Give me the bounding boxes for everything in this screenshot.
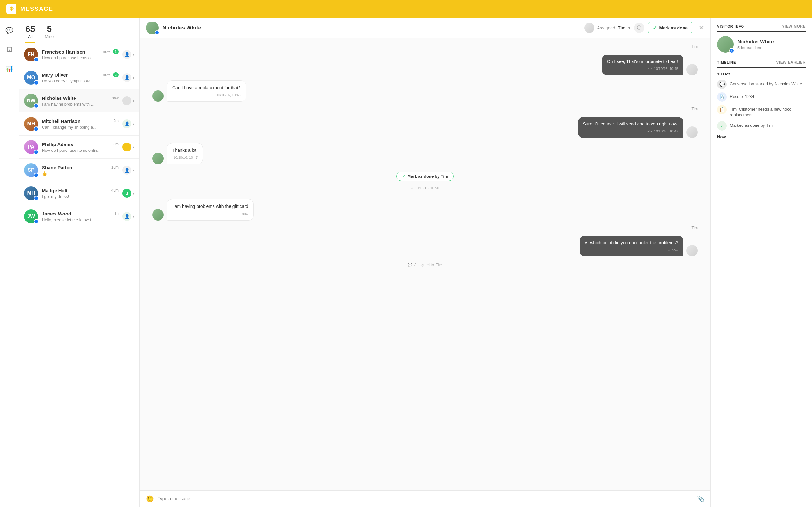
nav-messages-icon[interactable]: 💬	[3, 24, 16, 37]
msg-text-6: At which point did you encounter the pro…	[585, 240, 678, 245]
visitor-info-title: VISITOR INFO	[717, 24, 744, 28]
assign-btn-phillip[interactable]: T	[122, 143, 131, 152]
avatar-wrap-francisco: FH f	[24, 48, 38, 61]
tab-all-count: 65	[26, 24, 35, 34]
system-line-left	[152, 176, 394, 176]
msg-avatar-tim-6	[687, 245, 698, 257]
conv-content-francisco: Francisco Harrison now 1 How do I purcha…	[42, 49, 119, 60]
msg-time-1: ✓✓ 10/10/16, 10:45	[607, 66, 678, 72]
dropdown-nicholas[interactable]: ▾	[133, 99, 134, 103]
avatar-wrap-phillip: PA f	[24, 140, 38, 154]
msg-time-3: ✓✓ 10/10/16, 10:47	[583, 129, 678, 134]
msg-row-1: Oh I see, That's unfortunate to hear! ✓✓…	[152, 55, 698, 75]
conv-top-nicholas: Nicholas White now	[42, 95, 119, 101]
mark-done-button[interactable]: ✓ Mark as done	[648, 22, 693, 33]
msg-bubble-4: Thanks a lot! 10/10/16, 10:47	[167, 143, 203, 164]
tab-mine[interactable]: 5 Mine	[45, 24, 54, 43]
msg-time-2: 10/10/16, 10:46	[172, 93, 241, 98]
conv-item-francisco[interactable]: FH f Francisco Harrison now 1 How do I p…	[19, 43, 139, 66]
view-more-link[interactable]: VIEW MORE	[782, 24, 806, 29]
assign-btn-mary[interactable]: 👤	[122, 73, 131, 82]
conv-item-mitchell[interactable]: MH f Mitchell Harrison 2m Can I change m…	[19, 112, 139, 135]
emoji-button[interactable]: 🙂	[146, 495, 154, 503]
nav-tasks-icon[interactable]: ☑	[3, 43, 16, 56]
conv-content-phillip: Phillip Adams 5m How do I purchase items…	[42, 142, 119, 153]
nav-stats-icon[interactable]: 📊	[3, 62, 16, 75]
msg-time-5: now	[172, 211, 248, 216]
dropdown-mary[interactable]: ▾	[133, 76, 134, 79]
timeline-text-1: Receipt 1234	[730, 92, 754, 100]
tab-all[interactable]: 65 All	[26, 24, 35, 43]
view-earlier-link[interactable]: VIEW EARLIER	[776, 60, 806, 65]
conv-item-mary[interactable]: MO f Mary Oliver now 2 Do you carry Olym…	[19, 66, 139, 89]
conv-item-phillip[interactable]: PA f Phillip Adams 5m How do I purchase …	[19, 135, 139, 159]
timeline-item-2: 📋 Tim: Customer needs a new hood replace…	[717, 105, 806, 118]
mark-done-label: Mark as done	[659, 25, 688, 31]
timeline-date: 10 Oct	[717, 72, 806, 76]
chevron-down-icon[interactable]: ▾	[628, 26, 630, 30]
conv-preview-shane: 👍	[42, 171, 119, 176]
chat-area: f Nicholas White Assigned Tim ▾ ⓘ ✓ Mark…	[140, 18, 711, 507]
dropdown-shane[interactable]: ▾	[133, 169, 134, 172]
msg-time-6: ✓ now	[585, 247, 678, 253]
conv-top-francisco: Francisco Harrison now 1	[42, 49, 119, 55]
assign-btn-james[interactable]: 👤	[122, 212, 131, 221]
assigned-avatar	[584, 23, 595, 33]
conv-time-phillip: 5m	[113, 142, 119, 147]
conv-content-mary: Mary Oliver now 2 Do you carry Olympus O…	[42, 72, 119, 83]
avatar-wrap-nicholas: NW f	[24, 94, 38, 108]
info-button[interactable]: ⓘ	[634, 23, 644, 33]
system-done-label: Mark as done by Tim	[407, 174, 448, 179]
close-button[interactable]: ✕	[699, 24, 704, 32]
timeline-item-1: 🧾 Receipt 1234	[717, 92, 806, 102]
conv-item-james[interactable]: JW f James Wood 1h Hello, please let me …	[19, 205, 139, 228]
conv-actions-nicholas: ▾	[122, 96, 134, 105]
dropdown-phillip[interactable]: ▾	[133, 146, 134, 149]
dropdown-francisco[interactable]: ▾	[133, 53, 134, 56]
timeline-text-0: Conversation started by Nicholas White	[730, 79, 802, 87]
msg-avatar-tim-3	[687, 126, 698, 138]
assign-btn-nicholas[interactable]	[122, 96, 131, 105]
dropdown-james[interactable]: ▾	[133, 215, 134, 218]
system-done-button[interactable]: ✓ Mark as done by Tim	[397, 172, 453, 181]
timeline-icon-3: ✓	[717, 121, 727, 130]
msg-sender-label-3: Tim	[152, 107, 698, 111]
message-input[interactable]	[158, 496, 693, 501]
conv-preview-nicholas: I am having problems with ...	[42, 102, 119, 107]
assign-btn-madge[interactable]: J	[122, 189, 131, 198]
msg-bubble-5: I am having problems with the gift card …	[167, 199, 254, 221]
msg-row-2: Can I have a replacement for that? 10/10…	[152, 80, 698, 102]
msg-sender-label-1: Tim	[152, 44, 698, 49]
dropdown-mitchell[interactable]: ▾	[133, 122, 134, 126]
right-panel: VISITOR INFO VIEW MORE f Nicholas White …	[711, 18, 812, 507]
dropdown-madge[interactable]: ▾	[133, 192, 134, 195]
conv-content-james: James Wood 1h Hello, please let me know …	[42, 211, 119, 222]
chat-messages: Tim Oh I see, That's unfortunate to hear…	[140, 38, 711, 490]
timeline-item-3: ✓ Marked as done by Tim	[717, 121, 806, 130]
avatar-wrap-james: JW f	[24, 210, 38, 223]
assign-btn-shane[interactable]: 👤	[122, 166, 131, 175]
visitor-name: Nicholas White	[738, 39, 774, 45]
conv-time-nicholas: now	[112, 96, 119, 100]
chat-header-avatar: f	[146, 21, 159, 34]
attach-button[interactable]: 📎	[697, 495, 704, 502]
assign-btn-mitchell[interactable]: 👤	[122, 119, 131, 128]
fb-badge-mitchell: f	[34, 126, 39, 131]
assigned-to-name: Tim	[436, 263, 443, 267]
avatar-wrap-shane: SP f	[24, 163, 38, 177]
chat-header: f Nicholas White Assigned Tim ▾ ⓘ ✓ Mark…	[140, 18, 711, 38]
conv-preview-francisco: How do I purchase items o...	[42, 55, 119, 60]
msg-text-4: Thanks a lot!	[172, 148, 198, 153]
conv-item-shane[interactable]: SP f Shane Patton 16m 👍 👤 ▾	[19, 159, 139, 182]
visitor-info-header: VISITOR INFO VIEW MORE	[717, 24, 806, 32]
conv-items: FH f Francisco Harrison now 1 How do I p…	[19, 43, 139, 507]
conv-actions-shane: 👤 ▾	[122, 166, 134, 175]
conv-item-madge[interactable]: MH f Madge Holt 43m I got my dress! J ▾	[19, 182, 139, 205]
conv-top-phillip: Phillip Adams 5m	[42, 142, 119, 147]
assign-btn-francisco[interactable]: 👤	[122, 50, 131, 59]
assigned-label: Assigned	[597, 25, 615, 31]
conv-item-nicholas[interactable]: NW f Nicholas White now I am having prob…	[19, 89, 139, 112]
assigned-to-text: Assigned to	[414, 263, 434, 267]
left-nav: 💬 ☑ 📊	[0, 18, 19, 507]
conv-actions-francisco: 👤 ▾	[122, 50, 134, 59]
